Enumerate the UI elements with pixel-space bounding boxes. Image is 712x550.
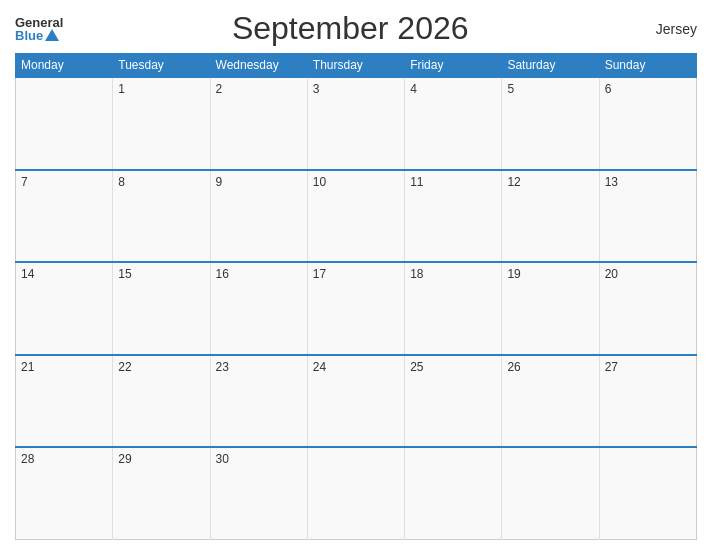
day-number: 16: [216, 267, 229, 281]
calendar-cell: 17: [307, 262, 404, 355]
calendar-header-sunday: Sunday: [599, 54, 696, 78]
calendar-header-thursday: Thursday: [307, 54, 404, 78]
calendar-header-wednesday: Wednesday: [210, 54, 307, 78]
day-number: 3: [313, 82, 320, 96]
day-number: 10: [313, 175, 326, 189]
calendar-header-friday: Friday: [405, 54, 502, 78]
logo: General Blue: [15, 16, 63, 42]
page: General Blue September 2026 Jersey Monda…: [0, 0, 712, 550]
calendar-header-saturday: Saturday: [502, 54, 599, 78]
day-number: 23: [216, 360, 229, 374]
day-number: 1: [118, 82, 125, 96]
calendar-cell: [405, 447, 502, 540]
calendar-cell: 23: [210, 355, 307, 448]
calendar-cell: 8: [113, 170, 210, 263]
day-number: 26: [507, 360, 520, 374]
day-number: 9: [216, 175, 223, 189]
calendar-cell: 5: [502, 77, 599, 170]
calendar-title: September 2026: [63, 10, 637, 47]
calendar-header-row: MondayTuesdayWednesdayThursdayFridaySatu…: [16, 54, 697, 78]
calendar-cell: 11: [405, 170, 502, 263]
calendar-header-tuesday: Tuesday: [113, 54, 210, 78]
calendar-week-row: 123456: [16, 77, 697, 170]
calendar-cell: 4: [405, 77, 502, 170]
day-number: 4: [410, 82, 417, 96]
calendar-cell: 18: [405, 262, 502, 355]
logo-blue-text: Blue: [15, 29, 43, 42]
day-number: 11: [410, 175, 423, 189]
calendar-table: MondayTuesdayWednesdayThursdayFridaySatu…: [15, 53, 697, 540]
calendar-week-row: 21222324252627: [16, 355, 697, 448]
calendar-cell: 6: [599, 77, 696, 170]
day-number: 21: [21, 360, 34, 374]
calendar-cell: 10: [307, 170, 404, 263]
day-number: 30: [216, 452, 229, 466]
day-number: 29: [118, 452, 131, 466]
calendar-cell: 16: [210, 262, 307, 355]
logo-row: Blue: [15, 29, 59, 42]
day-number: 13: [605, 175, 618, 189]
day-number: 2: [216, 82, 223, 96]
calendar-cell: 20: [599, 262, 696, 355]
calendar-week-row: 78910111213: [16, 170, 697, 263]
calendar-cell: 13: [599, 170, 696, 263]
day-number: 18: [410, 267, 423, 281]
day-number: 15: [118, 267, 131, 281]
calendar-cell: 1: [113, 77, 210, 170]
day-number: 6: [605, 82, 612, 96]
day-number: 28: [21, 452, 34, 466]
calendar-cell: 12: [502, 170, 599, 263]
day-number: 20: [605, 267, 618, 281]
day-number: 7: [21, 175, 28, 189]
day-number: 19: [507, 267, 520, 281]
day-number: 22: [118, 360, 131, 374]
day-number: 5: [507, 82, 514, 96]
logo-triangle-icon: [45, 29, 59, 41]
calendar-cell: [307, 447, 404, 540]
calendar-cell: 26: [502, 355, 599, 448]
day-number: 25: [410, 360, 423, 374]
day-number: 24: [313, 360, 326, 374]
location-label: Jersey: [637, 21, 697, 37]
calendar-cell: 22: [113, 355, 210, 448]
calendar-cell: 21: [16, 355, 113, 448]
calendar-cell: 19: [502, 262, 599, 355]
calendar-week-row: 14151617181920: [16, 262, 697, 355]
calendar-cell: 24: [307, 355, 404, 448]
day-number: 17: [313, 267, 326, 281]
calendar-cell: 28: [16, 447, 113, 540]
calendar-cell: 15: [113, 262, 210, 355]
calendar-cell: 30: [210, 447, 307, 540]
day-number: 27: [605, 360, 618, 374]
day-number: 12: [507, 175, 520, 189]
calendar-cell: 27: [599, 355, 696, 448]
calendar-cell: [16, 77, 113, 170]
calendar-cell: 14: [16, 262, 113, 355]
calendar-cell: 9: [210, 170, 307, 263]
logo-general-text: General: [15, 16, 63, 29]
calendar-week-row: 282930: [16, 447, 697, 540]
header: General Blue September 2026 Jersey: [15, 10, 697, 47]
day-number: 14: [21, 267, 34, 281]
calendar-cell: 3: [307, 77, 404, 170]
calendar-cell: 25: [405, 355, 502, 448]
calendar-cell: [502, 447, 599, 540]
day-number: 8: [118, 175, 125, 189]
calendar-header-monday: Monday: [16, 54, 113, 78]
calendar-cell: 7: [16, 170, 113, 263]
calendar-cell: 2: [210, 77, 307, 170]
calendar-cell: 29: [113, 447, 210, 540]
calendar-cell: [599, 447, 696, 540]
